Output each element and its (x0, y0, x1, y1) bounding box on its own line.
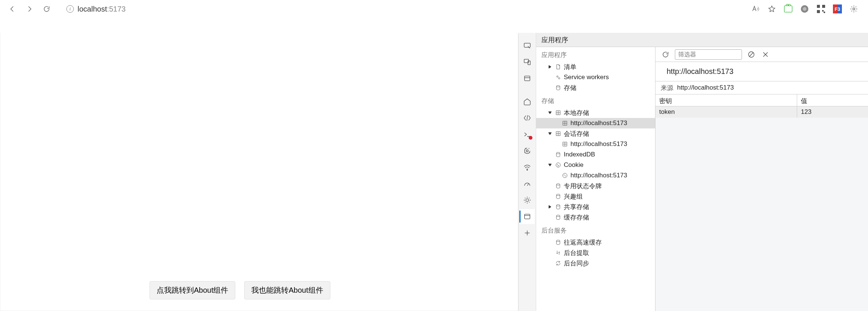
svg-point-35 (565, 176, 566, 176)
grid-icon (562, 141, 568, 147)
kv-column-headers: 密钥 值 (655, 94, 868, 106)
svg-point-36 (556, 184, 560, 185)
svg-point-8 (526, 199, 528, 201)
tree-section-app: 应用程序 (536, 47, 655, 62)
device-toggle-icon[interactable] (520, 55, 535, 69)
clear-all-button[interactable] (746, 50, 756, 59)
svg-rect-1 (524, 43, 531, 47)
tree-trust-tokens[interactable]: 专用状态令牌 (536, 181, 655, 191)
welcome-icon[interactable] (520, 94, 535, 109)
tree-session-storage[interactable]: 会话存储 (536, 128, 655, 139)
address-text: localhost:5173 (78, 5, 126, 13)
panel-icon[interactable] (520, 71, 535, 86)
svg-point-39 (556, 215, 560, 217)
tree-cookie-origin[interactable]: http://localhost:5173 (536, 170, 655, 181)
svg-point-34 (564, 175, 564, 175)
tree-shared-storage[interactable]: 共享存储 (536, 202, 655, 212)
kv-key[interactable]: token (655, 106, 797, 118)
kv-empty-area[interactable] (655, 118, 868, 311)
sources-icon[interactable] (520, 143, 535, 158)
performance-icon[interactable] (520, 176, 535, 191)
elements-icon[interactable] (520, 111, 535, 125)
memory-icon[interactable] (520, 193, 535, 208)
grid-icon (562, 120, 568, 127)
tree-local-storage[interactable]: 本地存储 (536, 108, 655, 118)
database-icon (555, 193, 562, 200)
browser-toolbar: i localhost:5173 F3 (0, 0, 868, 18)
tree-bg-fetch[interactable]: 后台提取 (536, 248, 655, 258)
tree-indexeddb[interactable]: IndexedDB (536, 149, 655, 160)
filter-input[interactable] (675, 49, 742, 60)
tree-service-workers[interactable]: Service workers (536, 72, 655, 83)
tree-manifest[interactable]: 清单 (536, 62, 655, 72)
database-icon (555, 84, 562, 91)
storage-detail-pane: http://localhost:5173 来源 http://localhos… (655, 47, 868, 311)
database-icon (555, 151, 562, 158)
svg-point-40 (556, 240, 560, 242)
workspace: 点我跳转到About组件 我也能跳转About组件 应用程序 应用程序 清单 S… (0, 18, 868, 311)
address-bar[interactable]: i localhost:5173 (61, 2, 158, 16)
updown-icon (555, 249, 562, 256)
kv-value[interactable]: 123 (797, 106, 868, 118)
sync-icon (555, 260, 562, 267)
tree-cache-storage[interactable]: 缓存存储 (536, 212, 655, 223)
file-icon (555, 63, 562, 70)
kv-row[interactable]: token 123 (655, 106, 868, 118)
about-button-1[interactable]: 点我跳转到About组件 (150, 281, 235, 299)
tree-bg-sync[interactable]: 后台同步 (536, 258, 655, 268)
application-icon[interactable] (520, 209, 535, 224)
svg-point-30 (557, 164, 557, 165)
inspect-icon[interactable] (520, 38, 535, 53)
svg-point-37 (556, 194, 560, 196)
devtools-dock (518, 33, 536, 311)
forward-button[interactable] (22, 1, 37, 17)
extension-f3-icon[interactable]: F3 (831, 3, 843, 15)
extension-green-icon[interactable] (782, 3, 794, 15)
devtools-tabbar: 应用程序 (536, 33, 868, 47)
svg-point-0 (853, 8, 855, 10)
tree-session-storage-origin[interactable]: http://localhost:5173 (536, 139, 655, 149)
console-error-dot (529, 136, 532, 140)
svg-rect-9 (525, 214, 530, 219)
devtools-panel: 应用程序 应用程序 清单 Service workers 存储 存储 本地存储 … (536, 33, 868, 311)
svg-rect-4 (525, 76, 530, 81)
tree-cookie[interactable]: Cookie (536, 160, 655, 170)
toolbar-right-icons: F3 (749, 3, 864, 15)
about-button-2[interactable]: 我也能跳转About组件 (244, 281, 330, 299)
address-host: localhost (78, 5, 107, 13)
grid-icon (555, 109, 562, 116)
tree-interest-groups[interactable]: 兴趣组 (536, 191, 655, 202)
extension-circle-icon[interactable] (799, 3, 811, 15)
col-val-header[interactable]: 值 (797, 94, 868, 106)
svg-point-7 (527, 170, 528, 170)
svg-point-32 (558, 166, 558, 166)
favorite-icon[interactable] (766, 3, 778, 15)
site-info-icon[interactable]: i (66, 5, 74, 13)
devtools-tab-application[interactable]: 应用程序 (541, 35, 568, 44)
col-key-header[interactable]: 密钥 (655, 94, 797, 106)
console-icon[interactable] (520, 127, 535, 142)
network-icon[interactable] (520, 160, 535, 175)
database-icon (555, 214, 562, 221)
delete-button[interactable] (761, 50, 770, 59)
refresh-button[interactable] (661, 50, 670, 59)
origin-value: http://localhost:5173 (677, 84, 734, 91)
tree-storage[interactable]: 存储 (536, 83, 655, 93)
reload-button[interactable] (39, 1, 54, 17)
tree-section-storage: 存储 (536, 93, 655, 108)
application-tree: 应用程序 清单 Service workers 存储 存储 本地存储 http:… (536, 47, 655, 311)
origin-label: 来源 (661, 84, 673, 92)
database-icon (555, 203, 562, 210)
tree-local-storage-origin[interactable]: http://localhost:5173 (536, 118, 655, 128)
svg-line-42 (749, 53, 753, 56)
back-button[interactable] (4, 1, 20, 17)
svg-point-15 (556, 85, 560, 87)
extension-qr-icon[interactable] (815, 3, 827, 15)
tree-bf-cache[interactable]: 往返高速缓存 (536, 237, 655, 248)
address-port: :5173 (107, 5, 126, 13)
page-buttons: 点我跳转到About组件 我也能跳转About组件 (150, 281, 330, 299)
settings-gear-icon[interactable] (848, 3, 860, 15)
svg-point-33 (563, 173, 567, 178)
more-tabs-icon[interactable] (520, 226, 535, 240)
read-aloud-icon[interactable] (749, 3, 761, 15)
